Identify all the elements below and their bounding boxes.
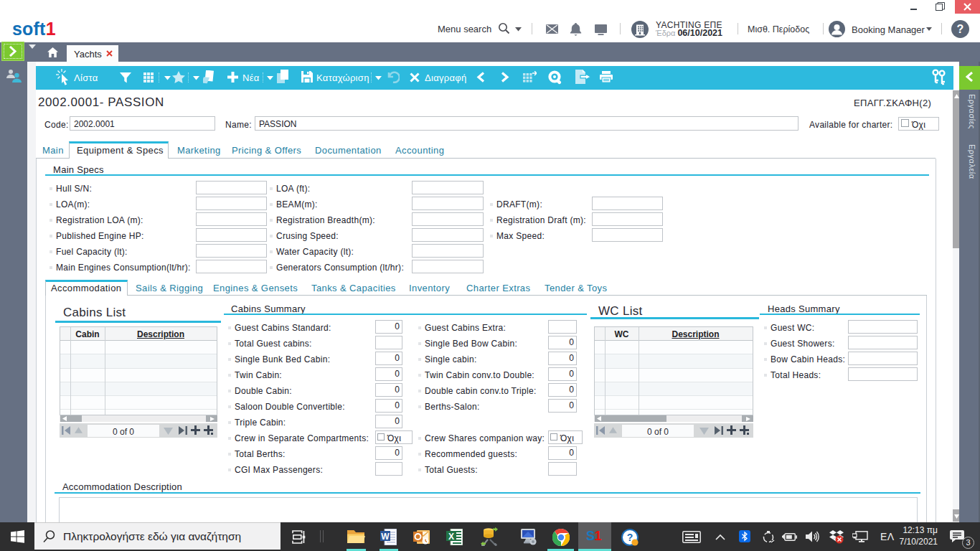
svg-text:X: X — [448, 532, 454, 542]
svg-text:W: W — [381, 532, 390, 542]
svg-text:?: ? — [957, 23, 964, 35]
